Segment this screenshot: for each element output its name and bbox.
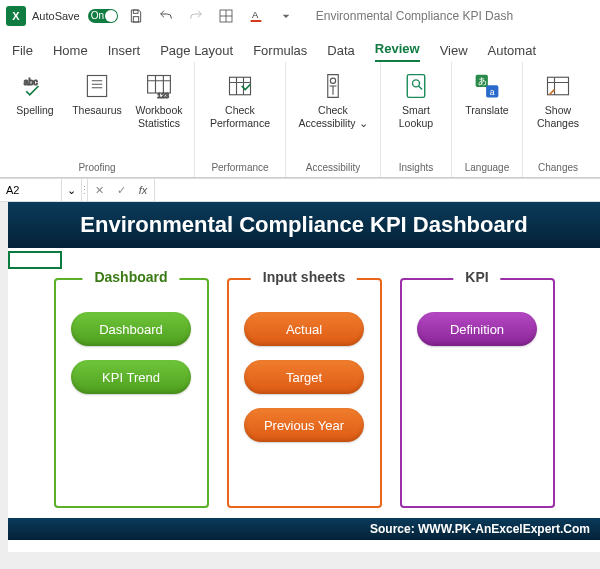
- dashboard-button[interactable]: Dashboard: [71, 312, 191, 346]
- tab-formulas[interactable]: Formulas: [253, 43, 307, 62]
- tab-data[interactable]: Data: [327, 43, 354, 62]
- group-label-proofing: Proofing: [78, 160, 115, 175]
- tab-insert[interactable]: Insert: [108, 43, 141, 62]
- tab-automate[interactable]: Automat: [488, 43, 536, 62]
- ribbon-group-insights: Smart Lookup Insights: [381, 62, 452, 177]
- spelling-icon: abc: [19, 70, 51, 102]
- show-changes-icon: [542, 70, 574, 102]
- svg-rect-4: [250, 20, 261, 22]
- svg-rect-6: [87, 76, 106, 97]
- card-kpi: KPI Definition: [400, 278, 555, 508]
- check-accessibility-button[interactable]: Check Accessibility ⌄: [292, 66, 374, 129]
- autosave-toggle[interactable]: On: [88, 9, 118, 23]
- ribbon: abc Spelling Thesaurus 123 Workbook Stat…: [0, 62, 600, 178]
- thesaurus-button[interactable]: Thesaurus: [68, 66, 126, 117]
- card-dashboard: Dashboard Dashboard KPI Trend: [54, 278, 209, 508]
- svg-point-10: [330, 78, 335, 83]
- qat-overflow-icon[interactable]: [274, 4, 298, 28]
- tab-view[interactable]: View: [440, 43, 468, 62]
- name-box[interactable]: A2: [0, 179, 62, 201]
- stats-icon: 123: [143, 70, 175, 102]
- formula-bar: A2 ⌄ ⋮ ✕ ✓ fx: [0, 178, 600, 202]
- smart-lookup-icon: [400, 70, 432, 102]
- tab-page-layout[interactable]: Page Layout: [160, 43, 233, 62]
- svg-text:abc: abc: [24, 77, 39, 87]
- group-label-performance: Performance: [211, 160, 268, 175]
- svg-rect-0: [133, 10, 138, 13]
- svg-rect-7: [148, 76, 171, 94]
- redo-icon[interactable]: [184, 4, 208, 28]
- card-title-kpi: KPI: [453, 269, 500, 285]
- source-footer: Source: WWW.PK-AnExcelExpert.Com: [8, 518, 600, 540]
- ribbon-group-language: あa Translate Language: [452, 62, 523, 177]
- svg-text:あ: あ: [478, 76, 487, 86]
- selected-cell[interactable]: [8, 251, 62, 269]
- undo-icon[interactable]: [154, 4, 178, 28]
- actual-button[interactable]: Actual: [244, 312, 364, 346]
- svg-text:A: A: [252, 10, 259, 20]
- tab-home[interactable]: Home: [53, 43, 88, 62]
- check-performance-button[interactable]: Check Performance: [201, 66, 279, 129]
- show-changes-button[interactable]: Show Changes: [529, 66, 587, 129]
- group-label-insights: Insights: [399, 160, 433, 175]
- target-button[interactable]: Target: [244, 360, 364, 394]
- ribbon-group-accessibility: Check Accessibility ⌄ Accessibility: [286, 62, 381, 177]
- svg-point-12: [413, 80, 420, 87]
- group-label-accessibility: Accessibility: [306, 160, 360, 175]
- fx-icon[interactable]: fx: [132, 179, 154, 201]
- ribbon-group-changes: Show Changes Changes: [523, 62, 593, 177]
- svg-rect-9: [230, 77, 251, 95]
- save-icon[interactable]: [124, 4, 148, 28]
- definition-button[interactable]: Definition: [417, 312, 537, 346]
- svg-rect-11: [407, 75, 425, 98]
- formula-input[interactable]: [154, 179, 600, 201]
- thesaurus-icon: [81, 70, 113, 102]
- enter-formula-icon[interactable]: ✓: [110, 179, 132, 201]
- dashboard-title: Environmental Compliance KPI Dashboard: [8, 202, 600, 248]
- svg-rect-1: [133, 17, 138, 22]
- ribbon-tabs: File Home Insert Page Layout Formulas Da…: [0, 32, 600, 62]
- ribbon-group-performance: Check Performance Performance: [195, 62, 286, 177]
- group-label-changes: Changes: [538, 160, 578, 175]
- accessibility-icon: [317, 70, 349, 102]
- worksheet[interactable]: Environmental Compliance KPI Dashboard D…: [0, 202, 600, 569]
- tab-file[interactable]: File: [12, 43, 33, 62]
- tab-review[interactable]: Review: [375, 41, 420, 62]
- smart-lookup-button[interactable]: Smart Lookup: [387, 66, 445, 129]
- previous-year-button[interactable]: Previous Year: [244, 408, 364, 442]
- borders-icon[interactable]: [214, 4, 238, 28]
- translate-button[interactable]: あa Translate: [458, 66, 516, 117]
- group-label-language: Language: [465, 160, 510, 175]
- kpi-trend-button[interactable]: KPI Trend: [71, 360, 191, 394]
- card-title-input: Input sheets: [251, 269, 357, 285]
- excel-logo-icon: X: [6, 6, 26, 26]
- title-bar: X AutoSave On A Environmental Compliance…: [0, 0, 600, 32]
- workbook-statistics-button[interactable]: 123 Workbook Statistics: [130, 66, 188, 129]
- spelling-button[interactable]: abc Spelling: [6, 66, 64, 117]
- card-title-dashboard: Dashboard: [82, 269, 179, 285]
- ribbon-group-proofing: abc Spelling Thesaurus 123 Workbook Stat…: [0, 62, 195, 177]
- autosave-label: AutoSave: [32, 10, 80, 22]
- svg-text:a: a: [490, 87, 495, 97]
- translate-icon: あa: [471, 70, 503, 102]
- svg-text:123: 123: [157, 92, 169, 99]
- workbook-title: Environmental Compliance KPI Dash: [316, 9, 513, 23]
- dashboard-area: Environmental Compliance KPI Dashboard D…: [8, 202, 600, 552]
- cancel-formula-icon[interactable]: ✕: [88, 179, 110, 201]
- chevron-down-icon: ⌄: [359, 117, 368, 129]
- font-color-icon[interactable]: A: [244, 4, 268, 28]
- card-input-sheets: Input sheets Actual Target Previous Year: [227, 278, 382, 508]
- performance-icon: [224, 70, 256, 102]
